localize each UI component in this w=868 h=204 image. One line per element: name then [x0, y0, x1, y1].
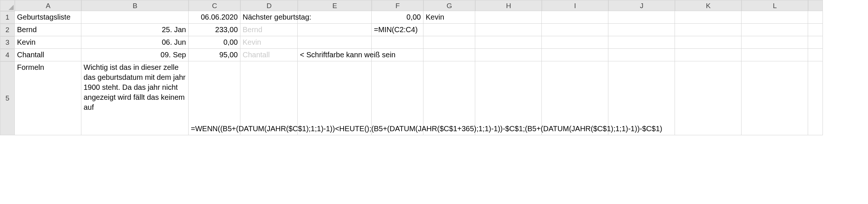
cell-I3[interactable] — [542, 36, 608, 49]
cell-E2[interactable] — [298, 24, 372, 36]
cell-G1[interactable]: Kevin — [423, 11, 475, 24]
cell-D1-text: Nächster geburtstag: — [243, 12, 311, 22]
select-all-icon — [9, 5, 14, 10]
cell-B5[interactable]: Wichtig ist das in dieser zelle das gebu… — [81, 61, 189, 135]
cell-F1[interactable]: 0,00 — [372, 11, 423, 24]
cell-A1-text: Geburtstagsliste — [17, 12, 71, 22]
cell-K3[interactable] — [675, 36, 742, 49]
col-header-I[interactable]: I — [542, 0, 608, 11]
select-all-corner[interactable] — [0, 0, 15, 11]
cell-I1[interactable] — [542, 11, 608, 24]
col-header-A[interactable]: A — [15, 0, 81, 11]
cell-M3[interactable] — [808, 36, 823, 49]
cell-G2[interactable] — [423, 24, 475, 36]
cell-K5[interactable] — [675, 61, 742, 135]
spreadsheet-grid[interactable]: A B C D E F G H I J K L 1 Geburtstagslis… — [0, 0, 868, 135]
col-header-L[interactable]: L — [742, 0, 808, 11]
cell-F2[interactable]: =MIN(C2:C4) — [372, 24, 423, 36]
col-header-E[interactable]: E — [298, 0, 372, 11]
cell-C5[interactable]: =WENN((B5+(DATUM(JAHR($C$1);1;1)-1))<HEU… — [189, 61, 240, 135]
cell-D3[interactable]: Kevin — [240, 36, 298, 49]
cell-H2[interactable] — [475, 24, 542, 36]
col-header-H[interactable]: H — [475, 0, 542, 11]
cell-C4[interactable]: 95,00 — [189, 49, 240, 61]
svg-marker-0 — [9, 5, 14, 10]
cell-D4[interactable]: Chantall — [240, 49, 298, 61]
cell-L5[interactable] — [742, 61, 808, 135]
cell-E3[interactable] — [298, 36, 372, 49]
col-header-F[interactable]: F — [372, 0, 423, 11]
cell-A3[interactable]: Kevin — [15, 36, 81, 49]
cell-B1[interactable] — [81, 11, 189, 24]
cell-B4[interactable]: 09. Sep — [81, 49, 189, 61]
row-header-5[interactable]: 5 — [0, 61, 15, 135]
col-header-B[interactable]: B — [81, 0, 189, 11]
cell-I2[interactable] — [542, 24, 608, 36]
cell-F3[interactable] — [372, 36, 423, 49]
cell-L2[interactable] — [742, 24, 808, 36]
cell-D2[interactable]: Bernd — [240, 24, 298, 36]
cell-L1[interactable] — [742, 11, 808, 24]
cell-A4[interactable]: Chantall — [15, 49, 81, 61]
col-header-partial[interactable] — [808, 0, 823, 11]
cell-B2[interactable]: 25. Jan — [81, 24, 189, 36]
cell-I4[interactable] — [542, 49, 608, 61]
col-header-K[interactable]: K — [675, 0, 742, 11]
cell-E4-text: < Schriftfarbe kann weiß sein — [300, 50, 395, 60]
row-header-1[interactable]: 1 — [0, 11, 15, 24]
cell-M2[interactable] — [808, 24, 823, 36]
cell-J3[interactable] — [608, 36, 675, 49]
cell-C2[interactable]: 233,00 — [189, 24, 240, 36]
cell-A5[interactable]: Formeln — [15, 61, 81, 135]
cell-H4[interactable] — [475, 49, 542, 61]
cell-A1[interactable]: Geburtstagsliste — [15, 11, 81, 24]
row-header-4[interactable]: 4 — [0, 49, 15, 61]
cell-K4[interactable] — [675, 49, 742, 61]
cell-D1[interactable]: Nächster geburtstag: — [240, 11, 298, 24]
cell-M5[interactable] — [808, 61, 823, 135]
col-header-D[interactable]: D — [240, 0, 298, 11]
cell-J2[interactable] — [608, 24, 675, 36]
cell-A2[interactable]: Bernd — [15, 24, 81, 36]
cell-C5-text: =WENN((B5+(DATUM(JAHR($C$1);1;1)-1))<HEU… — [191, 124, 662, 134]
cell-B3[interactable]: 06. Jun — [81, 36, 189, 49]
cell-F2-text: =MIN(C2:C4) — [374, 25, 418, 35]
col-header-C[interactable]: C — [189, 0, 240, 11]
cell-G3[interactable] — [423, 36, 475, 49]
cell-H3[interactable] — [475, 36, 542, 49]
row-header-3[interactable]: 3 — [0, 36, 15, 49]
cell-E4[interactable]: < Schriftfarbe kann weiß sein — [298, 49, 372, 61]
cell-C3[interactable]: 0,00 — [189, 36, 240, 49]
cell-L4[interactable] — [742, 49, 808, 61]
cell-M4[interactable] — [808, 49, 823, 61]
cell-K2[interactable] — [675, 24, 742, 36]
cell-C1[interactable]: 06.06.2020 — [189, 11, 240, 24]
cell-J4[interactable] — [608, 49, 675, 61]
col-header-J[interactable]: J — [608, 0, 675, 11]
row-header-2[interactable]: 2 — [0, 24, 15, 36]
cell-H1[interactable] — [475, 11, 542, 24]
col-header-G[interactable]: G — [423, 0, 475, 11]
cell-J1[interactable] — [608, 11, 675, 24]
cell-M1[interactable] — [808, 11, 823, 24]
cell-G4[interactable] — [423, 49, 475, 61]
cell-L3[interactable] — [742, 36, 808, 49]
cell-K1[interactable] — [675, 11, 742, 24]
